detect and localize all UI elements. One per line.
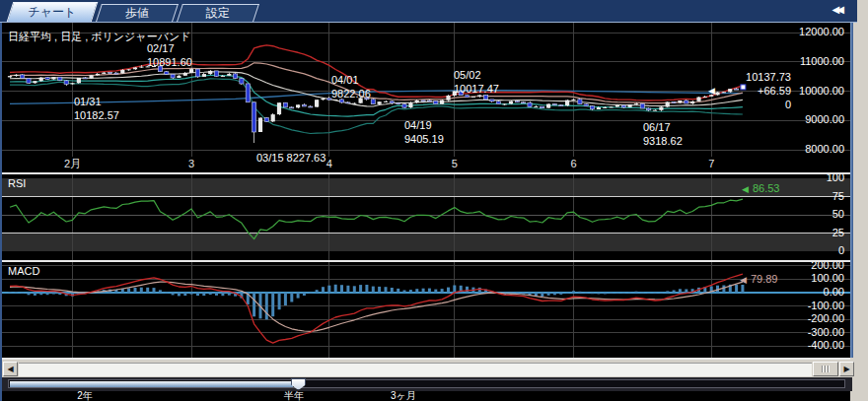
rsi-current-value: ◀86.53 <box>742 182 779 194</box>
rsi-marker-icon: ◀ <box>742 184 749 194</box>
range-slider-track[interactable] <box>8 379 845 388</box>
right-border <box>850 23 853 358</box>
horizontal-scrollbar: ◀ ▶ <box>2 361 854 377</box>
price-marker-icon: ◀ <box>708 84 715 98</box>
price-annotation: 05/0210017.47 <box>454 68 499 96</box>
price-axis-label: 11000.00 <box>800 55 844 68</box>
svg-text:3: 3 <box>188 158 194 169</box>
svg-text:5: 5 <box>452 158 458 169</box>
range-label-2years[interactable]: 2年 <box>77 391 93 401</box>
tab-chart-label: チャート <box>11 3 94 22</box>
macd-axis-label: 100.00 <box>811 272 844 285</box>
main-chart-panel[interactable]: 2月34567 日経平均 , 日足 , ボリンジャーバンド 10137.73 ◀… <box>2 23 850 172</box>
rsi-axis-label: 25 <box>832 227 844 239</box>
macd-axis-label: 200.00 <box>811 262 844 272</box>
extra-value: 0 <box>708 98 791 111</box>
price-axis-label: 8000.00 <box>805 143 844 156</box>
price-change: +66.59 <box>758 85 791 97</box>
scroll-left-button[interactable]: ◀ <box>3 362 18 376</box>
tab-settings[interactable]: 設定 <box>177 4 259 22</box>
macd-current-value: ◀79.89 <box>740 273 777 285</box>
rsi-axis-label: 100 <box>827 174 844 184</box>
current-price-box: 10137.73 ◀+66.59 0 <box>708 70 791 111</box>
range-labels: 2年 半年 3ヶ月 <box>2 391 850 401</box>
price-annotation: 06/179318.62 <box>643 120 683 148</box>
rsi-axis-label: 75 <box>832 190 844 203</box>
range-slider-fill <box>10 381 293 387</box>
scrollbar-thumb[interactable] <box>813 362 838 376</box>
tab-settings-label: 設定 <box>181 5 255 22</box>
macd-label: MACD <box>8 265 39 277</box>
svg-text:6: 6 <box>570 158 576 169</box>
price-annotation: 04/199405.19 <box>404 118 444 146</box>
svg-text:7: 7 <box>708 158 714 169</box>
rsi-panel[interactable]: RSI ◀86.53 1007550250 <box>2 174 850 260</box>
svg-text:2月: 2月 <box>64 158 81 169</box>
macd-axis-label: -200.00 <box>808 312 844 325</box>
price-annotation: 02/1710891.60 <box>147 41 192 69</box>
range-slider-thumb[interactable] <box>291 378 306 390</box>
scrollbar-grip-icon <box>822 366 830 372</box>
macd-marker-icon: ◀ <box>740 275 747 285</box>
tab-price-steps-label: 歩値 <box>100 5 175 22</box>
range-label-3months[interactable]: 3ヶ月 <box>391 391 416 401</box>
scroll-right-button[interactable]: ▶ <box>839 362 854 376</box>
panel-separator <box>2 358 850 360</box>
macd-axis-label: 0.00 <box>824 286 844 299</box>
range-slider-row <box>2 377 852 391</box>
rsi-axis-label: 0 <box>838 244 844 257</box>
current-price: 10137.73 <box>708 70 791 84</box>
tab-bar: チャート 歩値 設定 ◀◀ <box>0 0 857 23</box>
range-label-halfyear[interactable]: 半年 <box>284 391 304 401</box>
tab-price-steps[interactable]: 歩値 <box>96 4 179 22</box>
rsi-label: RSI <box>8 177 26 189</box>
svg-text:4: 4 <box>326 158 332 169</box>
macd-panel[interactable]: MACD ◀79.89 200.00100.000.00-100.00-200.… <box>2 262 850 358</box>
price-annotation: 04/019822.06 <box>331 73 371 100</box>
price-annotation: 03/15 8227.63 <box>256 151 326 165</box>
chart-application-window: チャート 歩値 設定 ◀◀ 2月34567 日経平均 , 日足 , ボリンジャー… <box>0 0 868 401</box>
collapse-panel-icon[interactable]: ◀◀ <box>832 4 841 15</box>
price-axis-label: 12000.00 <box>799 26 844 38</box>
macd-axis-label: -400.00 <box>808 339 844 352</box>
tab-chart[interactable]: チャート <box>7 2 98 22</box>
scrollbar-track[interactable] <box>19 363 812 376</box>
rsi-axis-label: 50 <box>832 208 844 221</box>
macd-axis-label: -100.00 <box>808 300 844 312</box>
price-annotation: 01/3110182.57 <box>74 95 119 122</box>
price-axis-label: 9000.00 <box>805 113 844 126</box>
price-axis-label: 10000.00 <box>799 85 844 98</box>
macd-axis-label: -300.00 <box>808 326 844 339</box>
macd-chart <box>2 262 850 358</box>
rsi-chart <box>2 174 850 260</box>
